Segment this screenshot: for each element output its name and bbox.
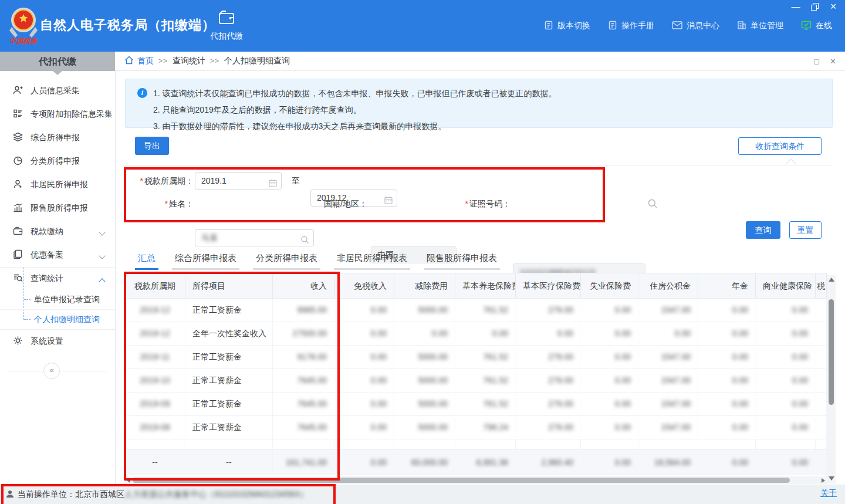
chevron-up-icon — [99, 278, 105, 285]
table-cell: 0.00 — [756, 322, 816, 345]
breadcrumb-level2[interactable]: 查询统计 — [173, 56, 205, 66]
scroll-right-icon[interactable] — [822, 478, 825, 483]
table-cell: 0.00 — [334, 416, 394, 439]
bar-chart-icon — [13, 202, 23, 214]
tab-summary[interactable]: 汇总 — [135, 251, 158, 270]
table-cell: -- — [125, 450, 185, 475]
sidebar-item-nonresident-income[interactable]: 非居民所得申报 — [0, 173, 115, 197]
scroll-down-icon[interactable] — [829, 476, 834, 481]
scroll-up-icon[interactable] — [829, 278, 834, 282]
home-icon[interactable] — [124, 56, 134, 66]
panel-close-icon[interactable]: × — [830, 56, 836, 67]
sidebar-item-preferential-filing[interactable]: 优惠备案 — [0, 243, 115, 267]
reset-button[interactable]: 重置 — [789, 221, 822, 239]
sidebar-subitem-personal-withholding-detail[interactable]: 个人扣缴明细查询 — [0, 309, 115, 329]
id-number-label: *证照号码： — [457, 195, 511, 212]
calendar-icon[interactable] — [384, 194, 393, 209]
nationality-label: 国籍/地区： — [315, 195, 367, 212]
table-row[interactable]: 2019-12正常工资薪金9985.000.005000.00761.52279… — [125, 299, 827, 322]
tab-comprehensive-income[interactable]: 综合所得申报表 — [172, 251, 239, 270]
calendar-icon[interactable] — [269, 177, 277, 192]
table-cell: 7645.00 — [273, 416, 334, 439]
panel-maximize-icon[interactable]: ▢ — [813, 57, 819, 65]
sidebar-item-query-statistics[interactable]: 查询统计 — [0, 268, 115, 290]
vertical-scroll-thumb[interactable] — [829, 299, 834, 405]
tab-classified-income[interactable]: 分类所得申报表 — [253, 251, 320, 270]
sidebar-item-system-settings[interactable]: 系统设置 — [0, 330, 115, 353]
table-cell: 正常工资薪金 — [185, 299, 273, 322]
sidebar-subitem-unit-declare-record[interactable]: 单位申报记录查询 — [0, 290, 115, 309]
breadcrumb: 首页 >> 查询统计 >> 个人扣缴明细查询 ▢ × — [115, 52, 845, 71]
sidebar-item-label: 限售股所得申报 — [31, 203, 88, 214]
breadcrumb-current: 个人扣缴明细查询 — [224, 56, 290, 66]
sidebar-item-label: 综合所得申报 — [31, 133, 80, 143]
name-input[interactable]: 马某 — [195, 229, 314, 246]
table-cell: 0.00 — [581, 299, 638, 322]
notice-line: 2. 只能查询2019年及之后的数据，不能进行跨年度查询。 — [153, 102, 557, 118]
export-button[interactable]: 导出 — [135, 137, 169, 155]
table-row[interactable]: 2019-10正常工资薪金7645.000.005000.00761.52279… — [125, 369, 827, 393]
menu-version-switch[interactable]: 版本切换 — [544, 21, 590, 32]
table-cell: 2019-10 — [125, 369, 185, 392]
table-body: 2019-12正常工资薪金9985.000.005000.00761.52279… — [125, 299, 827, 475]
chevron-down-icon — [99, 252, 105, 259]
table-cell: 761.52 — [455, 346, 516, 368]
tax-bureau-logo: 中国税务 — [8, 5, 39, 48]
menu-manual[interactable]: 操作手册 — [608, 21, 654, 32]
fold-query-button[interactable]: 收折查询条件 — [738, 137, 822, 155]
table-row[interactable]: 2019-09正常工资薪金7645.000.005000.00761.52279… — [125, 393, 827, 416]
tab-withholding-module[interactable]: 代扣代缴 — [202, 0, 251, 52]
table-cell: 0.00 — [334, 346, 394, 368]
table-cell — [698, 439, 756, 449]
scroll-left-icon[interactable] — [127, 478, 130, 483]
tab-nonresident-income[interactable]: 非居民所得申报表 — [334, 251, 410, 270]
sidebar-item-tax-payment[interactable]: 税款缴纳 — [0, 220, 115, 243]
table-cell: 5000.00 — [394, 299, 455, 322]
search-icon[interactable] — [647, 198, 658, 211]
period-label: *税款所属期： — [120, 172, 194, 190]
table-cell: 0.00 — [756, 393, 816, 415]
table-cell: 761.52 — [455, 369, 516, 392]
table-cell: 1547.00 — [638, 299, 698, 322]
column-header: 年金 — [698, 273, 756, 298]
user-icon — [6, 490, 14, 500]
sidebar-item-comprehensive-income[interactable]: 综合所得申报 — [0, 126, 115, 150]
table-row[interactable]: 2019-12全年一次性奖金收入27500.000.000.000.000.00… — [125, 322, 827, 346]
table-cell — [816, 416, 827, 439]
table-cell: 2,960.40 — [516, 450, 581, 475]
table-row[interactable]: 2019-08正常工资薪金7645.000.005000.00798.24279… — [125, 416, 827, 439]
query-button[interactable]: 查询 — [746, 221, 780, 239]
table-cell: 761.52 — [455, 393, 516, 415]
table-row[interactable]: 2019-11正常工资薪金9178.000.005000.00761.52279… — [125, 346, 827, 369]
result-table: 税款所属期所得项目收入免税收入减除费用基本养老保险费基本医疗保险费失业保险费住房… — [125, 273, 827, 475]
menu-online-status[interactable]: 在线 — [801, 21, 832, 32]
table-cell: 0.00 — [698, 299, 756, 322]
menu-unit-management[interactable]: 单位管理 — [737, 21, 783, 32]
sidebar-item-special-deduction[interactable]: 专项附加扣除信息采集 — [0, 103, 115, 126]
search-icon[interactable] — [300, 234, 309, 249]
period-start-input[interactable]: 2019.1 — [195, 172, 282, 190]
menu-label: 单位管理 — [751, 21, 783, 31]
sidebar-collapse-button[interactable]: « — [43, 363, 60, 379]
table-cell: 正常工资薪金 — [185, 416, 273, 439]
sidebar-item-personnel-info[interactable]: 人员信息采集 — [0, 79, 115, 103]
horizontal-scrollbar[interactable] — [125, 476, 827, 484]
horizontal-scroll-thumb[interactable] — [133, 478, 790, 483]
name-value: 马某 — [201, 233, 218, 242]
table-cell: 0.00 — [581, 346, 638, 368]
breadcrumb-home[interactable]: 首页 — [137, 56, 154, 66]
breadcrumb-separator: >> — [158, 57, 168, 65]
sidebar-item-restricted-stock[interactable]: 限售股所得申报 — [0, 197, 115, 220]
tab-restricted-stock[interactable]: 限售股所得申报表 — [424, 251, 500, 270]
table-cell: 279.00 — [516, 369, 581, 392]
column-header: 减除费用 — [394, 273, 455, 298]
table-cell: 5000.00 — [394, 393, 455, 415]
vertical-scrollbar[interactable] — [827, 275, 836, 483]
sidebar-item-classified-income[interactable]: 分类所得申报 — [0, 150, 115, 173]
table-cell: 798.24 — [455, 416, 516, 439]
info-icon: i — [137, 88, 147, 98]
menu-message-center[interactable]: 消息中心 — [672, 21, 719, 31]
table-cell: 18,564.00 — [638, 450, 698, 475]
about-link[interactable]: 关于 — [820, 488, 837, 499]
mail-icon — [672, 21, 682, 31]
